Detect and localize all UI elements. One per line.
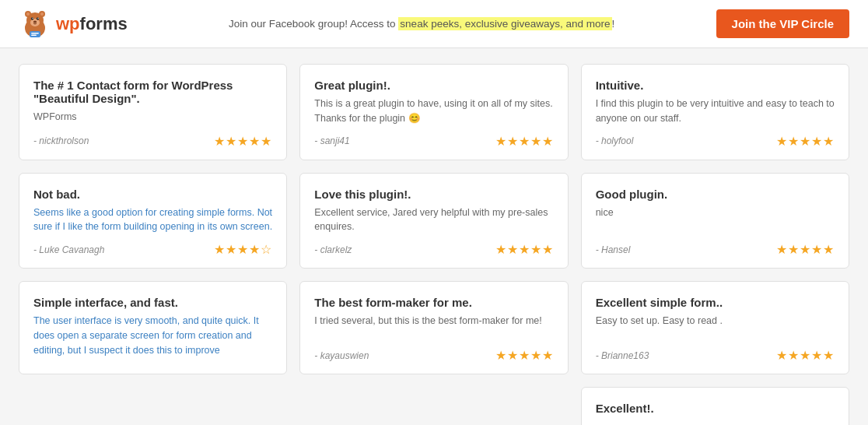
- review-footer: - sanji41★★★★★: [314, 134, 553, 149]
- svg-point-4: [26, 12, 30, 16]
- logo-area: wpforms: [19, 8, 128, 40]
- header: wpforms Join our Facebook group! Access …: [0, 0, 868, 48]
- review-title: Love this plugin!.: [314, 188, 553, 201]
- review-footer: - kayauswien★★★★★: [314, 348, 553, 363]
- svg-point-11: [33, 20, 37, 23]
- svg-point-5: [40, 12, 44, 16]
- svg-point-7: [31, 17, 34, 20]
- svg-rect-12: [30, 31, 40, 37]
- svg-rect-13: [31, 33, 39, 34]
- review-card: The best form-maker for me.I tried sever…: [299, 281, 568, 374]
- review-card: Good plugin.nice- Hansel★★★★★: [581, 173, 849, 269]
- review-body: The user interface is very smooth, and q…: [33, 314, 272, 363]
- review-body: Seems like a good option for creating si…: [33, 205, 272, 235]
- review-footer: - clarkelz★★★★★: [314, 242, 553, 257]
- review-body: I find this plugin to be very intuitive …: [596, 97, 835, 126]
- review-stars: ★★★★★: [214, 134, 272, 149]
- review-author: - holyfool: [596, 135, 634, 146]
- review-card: Excellent simple form..Easy to set up. E…: [581, 281, 849, 374]
- review-card: Simple interface, and fast.The user inte…: [19, 281, 287, 374]
- review-stars: ★★★★★: [776, 242, 835, 257]
- review-card: Not bad.Seems like a good option for cre…: [19, 173, 287, 269]
- review-title: Good plugin.: [596, 188, 835, 201]
- review-author: - Brianne163: [596, 350, 649, 361]
- review-title: Simple interface, and fast.: [33, 296, 272, 309]
- svg-point-8: [37, 17, 40, 20]
- review-card: Intuitive.I find this plugin to be very …: [581, 64, 849, 160]
- promo-highlight: sneak peeks, exclusive giveaways, and mo…: [398, 17, 611, 30]
- review-title: Excellent!.: [596, 402, 835, 415]
- review-card: Love this plugin!.Excellent service, Jar…: [299, 173, 568, 269]
- review-title: The best form-maker for me.: [314, 296, 553, 309]
- review-author: - nickthrolson: [33, 135, 89, 146]
- review-title: Not bad.: [33, 188, 272, 201]
- review-stars: ★★★★★: [495, 134, 554, 149]
- review-title: Great plugin!.: [314, 79, 553, 92]
- promo-text: Join our Facebook group! Access to sneak…: [128, 18, 716, 30]
- review-body: nice: [596, 205, 835, 235]
- review-card: Great plugin!.This is a great plugin to …: [299, 64, 568, 160]
- review-body: This is a great plugin to have, using it…: [314, 97, 553, 126]
- bear-mascot-icon: [19, 8, 51, 40]
- review-footer: - Luke Cavanagh★★★★☆: [33, 242, 272, 257]
- review-body: I tried several, but this is the best fo…: [314, 314, 553, 340]
- svg-point-9: [33, 17, 33, 18]
- review-card: The # 1 Contact form for WordPress "Beau…: [19, 64, 287, 160]
- svg-point-10: [38, 17, 39, 18]
- review-footer: - Brianne163★★★★★: [596, 348, 835, 363]
- reviews-section: The # 1 Contact form for WordPress "Beau…: [0, 48, 868, 425]
- review-body: Excellent service, Jared very helpful wi…: [314, 205, 553, 235]
- reviews-grid: The # 1 Contact form for WordPress "Beau…: [19, 64, 849, 425]
- review-card: Excellent!.: [581, 387, 849, 425]
- review-author: - clarkelz: [314, 244, 352, 255]
- review-title: Intuitive.: [596, 79, 835, 92]
- review-stars: ★★★★★: [776, 348, 835, 363]
- svg-rect-14: [31, 34, 37, 36]
- review-author: - kayauswien: [314, 350, 369, 361]
- review-author: - sanji41: [314, 135, 349, 146]
- review-title: The # 1 Contact form for WordPress "Beau…: [33, 79, 272, 105]
- review-stars: ★★★★★: [495, 242, 554, 257]
- review-stars: ★★★★☆: [214, 242, 272, 257]
- review-stars: ★★★★★: [776, 134, 835, 149]
- review-body: WPForms: [33, 110, 272, 126]
- review-title: Excellent simple form..: [596, 296, 835, 309]
- review-footer: - holyfool★★★★★: [596, 134, 835, 149]
- review-body: Easy to set up. Easy to read .: [596, 314, 835, 340]
- review-author: - Luke Cavanagh: [33, 244, 104, 255]
- review-footer: - Hansel★★★★★: [596, 242, 835, 257]
- review-author: - Hansel: [596, 244, 631, 255]
- logo-wordmark: wpforms: [56, 14, 128, 34]
- review-footer: - nickthrolson★★★★★: [33, 134, 272, 149]
- vip-circle-button[interactable]: Join the VIP Circle: [716, 9, 849, 38]
- review-stars: ★★★★★: [495, 348, 554, 363]
